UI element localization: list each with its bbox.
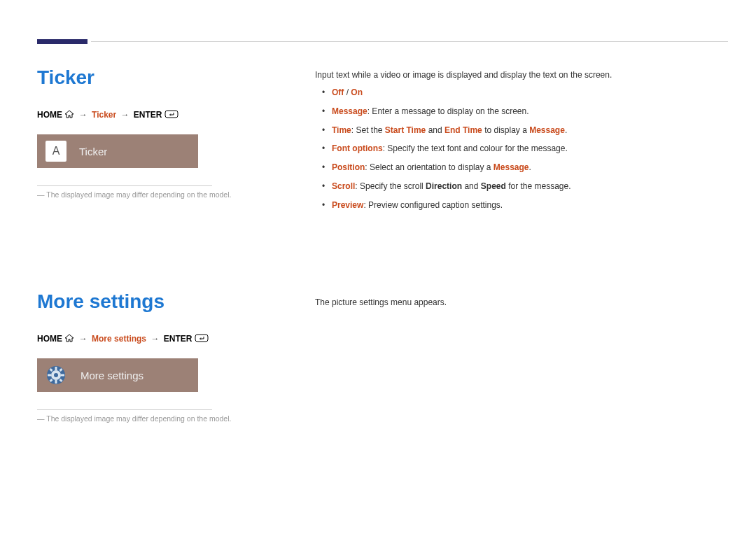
p3: Message xyxy=(493,162,529,172)
arrow-icon: → xyxy=(77,110,90,120)
more-intro: The picture settings menu appears. xyxy=(315,297,728,307)
arrow-icon: → xyxy=(77,334,90,344)
svg-rect-0 xyxy=(165,111,178,118)
breadcrumb-home: HOME xyxy=(37,110,62,120)
ticker-bullets: Off / On Message: Enter a message to dis… xyxy=(315,87,728,211)
model-note-text: The displayed image may differ depending… xyxy=(46,414,231,423)
breadcrumb-more: HOME → More settings → ENTER xyxy=(37,334,247,344)
section-ticker-left: Ticker HOME → Ticker → ENTER A Ticker ― … xyxy=(37,66,247,199)
enter-icon xyxy=(164,110,178,120)
txt-lead: Preview xyxy=(332,200,363,210)
t6: to display a xyxy=(482,125,529,135)
t1: Time xyxy=(332,125,351,135)
model-note: ― The displayed image may differ dependi… xyxy=(37,414,247,423)
svg-rect-4 xyxy=(55,367,57,370)
txt-rest: : Preview configured caption settings. xyxy=(363,200,503,210)
svg-point-12 xyxy=(54,373,58,377)
bullet-font: Font options: Specify the text font and … xyxy=(315,143,728,155)
tile-icon-letter: A xyxy=(46,141,66,162)
section-more-right: The picture settings menu appears. xyxy=(315,297,728,310)
p5: Speed xyxy=(481,181,506,191)
t2: : Set the xyxy=(351,125,385,135)
breadcrumb-enter: ENTER xyxy=(164,334,192,344)
bullet-position: Position: Select an orientation to displ… xyxy=(315,162,728,174)
bullet-off-on: Off / On xyxy=(315,87,728,99)
breadcrumb-home: HOME xyxy=(37,334,62,344)
p1: Position xyxy=(332,162,365,172)
txt-lead: Font options xyxy=(332,143,383,153)
model-note: ― The displayed image may differ dependi… xyxy=(37,190,247,199)
svg-rect-7 xyxy=(61,374,64,377)
p4: . xyxy=(529,162,531,172)
tile-ticker: A Ticker xyxy=(37,134,198,168)
gear-icon xyxy=(44,363,68,387)
breadcrumb-enter: ENTER xyxy=(134,110,162,120)
breadcrumb-ticker: HOME → Ticker → ENTER xyxy=(37,110,247,120)
txt-rest: : Enter a message to display on the scre… xyxy=(368,106,529,116)
txt-on: On xyxy=(351,87,363,97)
svg-rect-5 xyxy=(55,380,57,384)
tile-label: Ticker xyxy=(79,146,107,157)
p1: Scroll xyxy=(332,181,355,191)
p2: : Specify the scroll xyxy=(355,181,426,191)
p2: : Select an orientation to display a xyxy=(365,162,493,172)
divider xyxy=(37,185,212,186)
breadcrumb-more-label: More settings xyxy=(92,334,146,344)
section-title-more: More settings xyxy=(37,290,247,313)
header-rule xyxy=(91,41,728,42)
t4: and xyxy=(426,125,444,135)
t5: End Time xyxy=(444,125,482,135)
breadcrumb-ticker-label: Ticker xyxy=(92,110,116,120)
home-icon xyxy=(64,334,74,344)
arrow-icon: → xyxy=(148,334,161,344)
home-icon xyxy=(64,110,74,120)
enter-icon xyxy=(195,334,209,344)
ticker-intro: Input text while a video or image is dis… xyxy=(315,70,728,80)
section-ticker-right: Input text while a video or image is dis… xyxy=(315,70,728,218)
divider xyxy=(37,409,212,410)
t7: Message xyxy=(529,125,565,135)
p3: Direction xyxy=(426,181,462,191)
txt-lead: Message xyxy=(332,106,368,116)
tile-more: More settings xyxy=(37,358,198,392)
p4: and xyxy=(462,181,481,191)
t8: . xyxy=(565,125,567,135)
section-title-ticker: Ticker xyxy=(37,66,247,89)
svg-rect-1 xyxy=(195,335,208,342)
bullet-scroll: Scroll: Specify the scroll Direction and… xyxy=(315,181,728,192)
txt-slash: / xyxy=(344,87,351,97)
section-more-left: More settings HOME → More settings → ENT… xyxy=(37,290,247,423)
bullet-message: Message: Enter a message to display on t… xyxy=(315,106,728,118)
arrow-icon: → xyxy=(119,110,132,120)
svg-rect-6 xyxy=(48,374,51,377)
txt-rest: : Specify the text font and colour for t… xyxy=(383,143,568,153)
tile-label: More settings xyxy=(80,370,144,381)
bullet-preview: Preview: Preview configured caption sett… xyxy=(315,199,728,211)
txt-off: Off xyxy=(332,87,344,97)
t3: Start Time xyxy=(385,125,426,135)
accent-bar xyxy=(37,39,88,44)
p6: for the message. xyxy=(506,181,571,191)
bullet-time: Time: Set the Start Time and End Time to… xyxy=(315,125,728,136)
model-note-text: The displayed image may differ depending… xyxy=(46,190,231,199)
